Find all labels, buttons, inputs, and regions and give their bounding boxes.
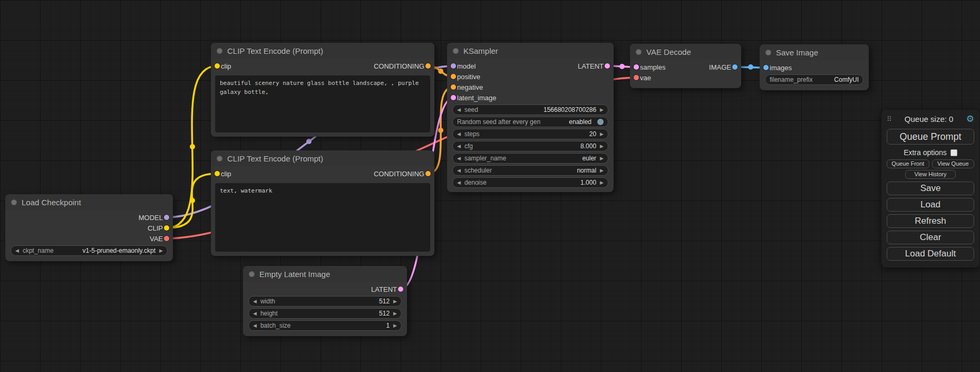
toggle-knob-icon[interactable] <box>597 119 604 125</box>
decrement-arrow-icon[interactable]: ◀ <box>457 168 461 173</box>
ksampler-title-bar[interactable]: KSampler <box>447 43 614 59</box>
node-ksampler[interactable]: KSampler model LATENT positive negative … <box>447 43 614 192</box>
empty-latent-title-bar[interactable]: Empty Latent Image <box>243 266 407 282</box>
wire-model-midpoint-dot <box>306 139 312 144</box>
node-status-dot <box>453 48 459 54</box>
negative-input-dot[interactable] <box>451 84 456 90</box>
refresh-button[interactable]: Refresh <box>887 214 974 228</box>
widget-value: ComfyUI <box>834 76 859 83</box>
images-input-dot[interactable] <box>763 65 769 70</box>
decrement-arrow-icon[interactable]: ◀ <box>253 299 257 304</box>
save-button[interactable]: Save <box>887 182 974 195</box>
extra-options-checkbox[interactable] <box>950 149 957 156</box>
increment-arrow-icon[interactable]: ▶ <box>600 144 604 149</box>
vae-output-label: VAE <box>150 235 163 243</box>
widget-name: height <box>260 310 278 317</box>
widget-name: sampler_name <box>464 155 506 162</box>
latent-output-label: LATENT <box>371 285 397 293</box>
decrement-arrow-icon[interactable]: ◀ <box>253 323 257 328</box>
sampler-name-widget[interactable]: ◀ sampler_name euler ▶ <box>452 153 608 164</box>
increment-arrow-icon[interactable]: ▶ <box>393 311 397 316</box>
seed-widget[interactable]: ◀ seed 156680208700286 ▶ <box>452 104 608 115</box>
save-image-title-bar[interactable]: Save Image <box>760 44 869 60</box>
decrement-arrow-icon[interactable]: ◀ <box>457 156 461 161</box>
positive-input-dot[interactable] <box>451 74 456 79</box>
widget-value: enabled <box>569 118 591 126</box>
history-row: View History <box>887 170 974 179</box>
vae-input-dot[interactable] <box>634 75 639 80</box>
view-queue-button[interactable]: View Queue <box>932 159 975 168</box>
decrement-arrow-icon[interactable]: ◀ <box>457 132 461 137</box>
latent-output-dot[interactable] <box>398 287 403 292</box>
node-save-image[interactable]: Save Image images filename_prefix ComfyU… <box>760 44 869 90</box>
load-checkpoint-title-bar[interactable]: Load Checkpoint <box>5 194 173 210</box>
decrement-arrow-icon[interactable]: ◀ <box>15 249 19 253</box>
clip-input-dot[interactable] <box>215 171 220 176</box>
widget-value: normal <box>577 167 596 174</box>
queue-prompt-button[interactable]: Queue Prompt <box>887 129 974 145</box>
view-history-button[interactable]: View History <box>905 170 956 179</box>
increment-arrow-icon[interactable]: ▶ <box>159 249 163 253</box>
drag-handle-icon[interactable]: ⠿ <box>887 115 892 123</box>
filename-prefix-widget[interactable]: filename_prefix ComfyUI <box>765 74 863 85</box>
positive-prompt-textarea[interactable]: beautiful scenery nature glass bottle la… <box>215 75 430 132</box>
increment-arrow-icon[interactable]: ▶ <box>393 323 397 328</box>
conditioning-output-dot[interactable] <box>425 63 431 69</box>
wire-image-midpoint-dot <box>748 64 753 70</box>
vae-decode-title-bar[interactable]: VAE Decode <box>630 44 741 60</box>
height-widget[interactable]: ◀ height 512 ▶ <box>248 308 402 319</box>
model-output-dot[interactable] <box>164 215 169 220</box>
image-output-dot[interactable] <box>732 64 738 70</box>
increment-arrow-icon[interactable]: ▶ <box>600 132 604 137</box>
node-load-checkpoint[interactable]: Load Checkpoint MODEL CLIP VAE ◀ ckpt_na… <box>5 194 173 261</box>
load-button[interactable]: Load <box>887 198 974 212</box>
denoise-widget[interactable]: ◀ denoise 1.000 ▶ <box>452 177 608 188</box>
ckpt-name-widget[interactable]: ◀ ckpt_name v1-5-pruned-emaonly.ckpt ▶ <box>11 245 168 256</box>
gear-icon[interactable]: ⚙ <box>966 115 974 123</box>
clip-output-label: CLIP <box>148 224 163 232</box>
node-graph-canvas[interactable]: Load Checkpoint MODEL CLIP VAE ◀ ckpt_na… <box>0 0 980 372</box>
clear-button[interactable]: Clear <box>887 231 974 244</box>
decrement-arrow-icon[interactable]: ◀ <box>457 108 461 112</box>
scheduler-widget[interactable]: ◀ scheduler normal ▶ <box>452 165 608 176</box>
queue-front-button[interactable]: Queue Front <box>887 159 929 168</box>
node-empty-latent-image[interactable]: Empty Latent Image LATENT ◀ width 512 ▶ … <box>243 266 407 336</box>
node-vae-decode[interactable]: VAE Decode samples IMAGE vae <box>630 44 741 88</box>
batch-size-widget[interactable]: ◀ batch_size 1 ▶ <box>248 320 402 331</box>
node-clip-text-encode-negative[interactable]: CLIP Text Encode (Prompt) clip CONDITION… <box>211 150 434 256</box>
decrement-arrow-icon[interactable]: ◀ <box>253 311 257 316</box>
increment-arrow-icon[interactable]: ▶ <box>600 180 604 185</box>
steps-widget[interactable]: ◀ steps 20 ▶ <box>452 129 608 139</box>
slot-row-vae: vae <box>630 72 741 83</box>
load-default-button[interactable]: Load Default <box>887 247 974 261</box>
increment-arrow-icon[interactable]: ▶ <box>600 108 604 112</box>
conditioning-output-dot[interactable] <box>425 171 431 176</box>
model-input-dot[interactable] <box>451 63 456 69</box>
clip-encode-positive-title-bar[interactable]: CLIP Text Encode (Prompt) <box>211 43 434 59</box>
slot-row-model-latent: model LATENT <box>447 61 614 71</box>
clip-input-dot[interactable] <box>215 63 220 69</box>
vae-output-dot[interactable] <box>164 236 169 241</box>
width-widget[interactable]: ◀ width 512 ▶ <box>248 296 402 307</box>
node-clip-text-encode-positive[interactable]: CLIP Text Encode (Prompt) clip CONDITION… <box>211 43 434 137</box>
clip-output-dot[interactable] <box>164 225 169 231</box>
random-seed-toggle-widget[interactable]: Random seed after every gen enabled <box>452 117 608 127</box>
wire-clip-positive-midpoint-dot <box>190 144 195 149</box>
output-row-latent: LATENT <box>243 284 407 294</box>
latent-output-dot[interactable] <box>605 63 610 69</box>
samples-input-dot[interactable] <box>634 64 639 70</box>
queue-panel-header: ⠿ Queue size: 0 ⚙ <box>887 113 974 125</box>
decrement-arrow-icon[interactable]: ◀ <box>457 180 461 185</box>
negative-prompt-textarea[interactable]: text, watermark <box>215 183 430 252</box>
clip-encode-negative-title-bar[interactable]: CLIP Text Encode (Prompt) <box>211 150 434 166</box>
slot-row-negative: negative <box>447 82 614 92</box>
increment-arrow-icon[interactable]: ▶ <box>600 168 604 173</box>
increment-arrow-icon[interactable]: ▶ <box>393 299 397 304</box>
latent-image-input-dot[interactable] <box>451 95 456 100</box>
decrement-arrow-icon[interactable]: ◀ <box>457 144 461 149</box>
slot-row-samples-image: samples IMAGE <box>630 62 741 72</box>
cfg-widget[interactable]: ◀ cfg 8.000 ▶ <box>452 141 608 151</box>
widget-value: 1 <box>386 322 390 329</box>
increment-arrow-icon[interactable]: ▶ <box>600 156 604 161</box>
output-row-clip: CLIP <box>5 223 173 233</box>
